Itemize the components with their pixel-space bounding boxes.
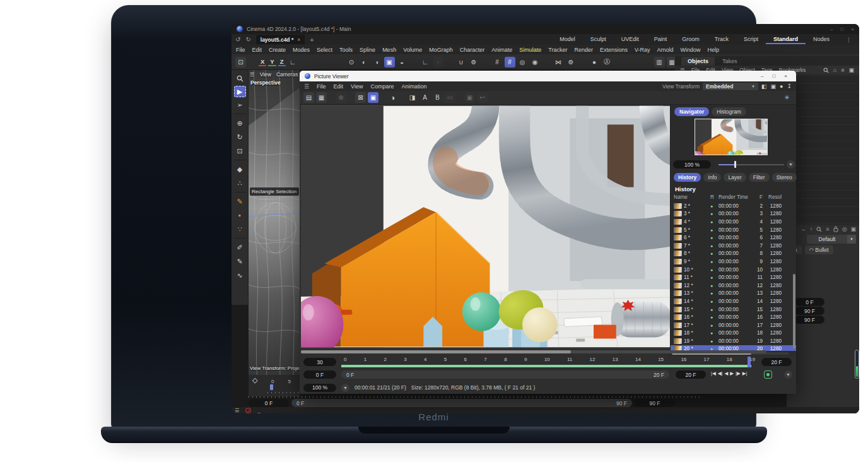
- pv-menu-item[interactable]: Compare: [370, 83, 394, 90]
- zoom-percent-field[interactable]: 100 %: [673, 160, 711, 169]
- pv-menu-item[interactable]: Edit: [334, 83, 344, 90]
- menu-item[interactable]: Arnold: [657, 47, 674, 53]
- add-tab-button[interactable]: +: [310, 36, 314, 44]
- quantize-icon[interactable]: ◉: [530, 57, 541, 68]
- target-icon[interactable]: ◎: [842, 226, 847, 232]
- frame-a-icon[interactable]: ⊠: [355, 92, 366, 103]
- transport-button[interactable]: ◀|: [718, 370, 723, 376]
- sketch-tool-icon[interactable]: ✎: [233, 255, 247, 268]
- menu-item[interactable]: Help: [708, 47, 720, 53]
- menu-item[interactable]: Volume: [403, 47, 422, 53]
- info-tab[interactable]: Layer: [724, 173, 746, 182]
- object-manager-tab[interactable]: Takes: [716, 57, 744, 66]
- menu-item[interactable]: Select: [317, 47, 332, 53]
- clone-tool-icon[interactable]: ▪: [233, 209, 247, 222]
- make-editable-icon[interactable]: ⊙: [346, 57, 357, 68]
- pv-menu-item[interactable]: Animation: [401, 83, 426, 90]
- soft-selection-tool-icon[interactable]: ∴: [233, 177, 247, 189]
- arnold-sphere-icon[interactable]: Ⓐ: [602, 57, 613, 68]
- layout-tab[interactable]: UVEdit: [614, 35, 647, 44]
- target-icon[interactable]: ◎: [517, 57, 528, 68]
- column-r[interactable]: R: [710, 194, 718, 200]
- forward-arrow-icon[interactable]: →: [801, 226, 806, 232]
- navigator-tab[interactable]: Navigator: [674, 107, 709, 116]
- history-row[interactable]: 2 * ● 00:00:00 2 1280: [671, 202, 796, 210]
- brush-tool-icon[interactable]: ✎: [233, 195, 247, 208]
- menu-item[interactable]: MoGraph: [429, 47, 453, 53]
- history-row[interactable]: 17 * ● 00:00:00 17 1280: [671, 321, 796, 329]
- layout-tab[interactable]: Track: [707, 35, 736, 44]
- current-frame-field[interactable]: 20 F: [676, 370, 706, 379]
- pv-timeline-ruler[interactable]: 012345678910111213141516171819: [341, 356, 758, 369]
- open-file-icon[interactable]: ▤: [303, 92, 314, 103]
- compare-ab-icon[interactable]: ◨: [407, 92, 418, 103]
- workplane-mode-icon[interactable]: ∟: [420, 57, 431, 68]
- history-row[interactable]: 13 * ● 00:00:00 13 1280: [671, 290, 796, 298]
- history-row[interactable]: 4 * ● 00:00:00 4 1280: [671, 218, 796, 226]
- snap-toggle-icon[interactable]: #: [505, 57, 515, 68]
- menu-item[interactable]: Tracker: [548, 47, 567, 53]
- menu-item[interactable]: Tools: [339, 47, 353, 53]
- viewport-menu-item[interactable]: View: [260, 71, 271, 78]
- column-name[interactable]: Name: [674, 194, 710, 200]
- zoom-slider-handle[interactable]: [734, 161, 736, 168]
- menu-item[interactable]: Character: [460, 47, 485, 53]
- timeline-options-icon[interactable]: ▼: [784, 370, 792, 379]
- search-icon[interactable]: [816, 227, 822, 232]
- split-view-icon[interactable]: ◧: [761, 83, 767, 90]
- mirror-tool-icon[interactable]: ⋈: [553, 57, 564, 68]
- render-progress-scrollbar[interactable]: [855, 350, 859, 379]
- range-start-field[interactable]: 0 F: [303, 370, 336, 379]
- color-correction-icon[interactable]: ✳: [782, 92, 792, 103]
- rectangle-selection-tool-icon[interactable]: ▶: [234, 86, 246, 97]
- history-row[interactable]: 5 * ● 00:00:00 5 1280: [671, 226, 796, 234]
- object-manager-list[interactable]: [796, 75, 859, 225]
- scatter-tool-icon[interactable]: ∵: [233, 223, 247, 235]
- picture-viewer-title-bar[interactable]: Picture Viewer –□×: [300, 71, 796, 81]
- info-tab[interactable]: Filter: [749, 173, 770, 182]
- viewport-hamburger-icon[interactable]: ☰: [250, 71, 255, 78]
- menu-item[interactable]: Extensions: [600, 47, 628, 53]
- layout-tab[interactable]: Standard: [766, 35, 806, 44]
- menu-item[interactable]: Create: [269, 47, 286, 53]
- navigator-thumbnail[interactable]: [695, 119, 768, 155]
- view-transform-dropdown[interactable]: Embedded ▼: [703, 83, 758, 90]
- pv-hamburger-icon[interactable]: ☰: [304, 83, 309, 90]
- menu-item[interactable]: Simulate: [519, 47, 541, 53]
- stop-render-icon[interactable]: ⊗: [336, 92, 346, 103]
- pv-window-control-button[interactable]: ×: [784, 73, 787, 79]
- menu-item[interactable]: Render: [574, 47, 593, 53]
- transport-button[interactable]: |◀: [711, 370, 716, 376]
- filter-icon[interactable]: ≡: [826, 226, 829, 232]
- history-row[interactable]: 7 * ● 00:00:00 7 1280: [671, 242, 796, 250]
- history-row[interactable]: 16 * ● 00:00:00 16 1280: [671, 313, 796, 321]
- window-control-button[interactable]: ×: [851, 27, 854, 32]
- frame-value-field[interactable]: 90 F: [795, 316, 824, 324]
- axis-x-toggle[interactable]: X: [259, 58, 266, 66]
- history-row[interactable]: 11 * ● 00:00:00 11 1280: [671, 273, 796, 281]
- menu-item[interactable]: Animate: [491, 47, 512, 53]
- transport-button[interactable]: ▶: [730, 370, 734, 376]
- history-row[interactable]: 18 * ● 00:00:00 18 1280: [671, 329, 796, 338]
- timeline-end-field[interactable]: 90 F: [635, 399, 675, 407]
- layout-tab[interactable]: Model: [552, 35, 583, 44]
- popout-icon[interactable]: ▣: [848, 67, 854, 73]
- search-icon[interactable]: [823, 68, 829, 73]
- viewport[interactable]: ☰ ViewCameras Perspective Rectangle Sele…: [249, 70, 300, 377]
- coordinate-system-icon[interactable]: ∟: [288, 57, 298, 68]
- canvas-horizontal-scrollbar[interactable]: [301, 350, 766, 353]
- scale-tool-icon[interactable]: ⊡: [233, 145, 247, 157]
- transform-tool-icon[interactable]: ◆: [233, 163, 247, 175]
- set-b-button[interactable]: B: [432, 92, 443, 103]
- frame-b-icon[interactable]: ▣: [368, 92, 378, 103]
- object-manager-tab[interactable]: Objects: [681, 57, 715, 66]
- history-row[interactable]: 12 * ● 00:00:00 12 1280: [671, 281, 796, 290]
- frame-value-field[interactable]: 90 F: [795, 307, 824, 315]
- range-bar[interactable]: 0 F 20 F: [341, 370, 669, 379]
- layout-overflow-icon[interactable]: ⋮: [842, 37, 855, 43]
- transport-button[interactable]: ◀: [724, 370, 728, 376]
- record-button[interactable]: [764, 370, 772, 379]
- live-selection-tool-icon[interactable]: ➢: [233, 98, 247, 111]
- tool-options-icon[interactable]: ⚙: [566, 57, 577, 68]
- pv-zoom-options-icon[interactable]: ▼: [341, 384, 349, 392]
